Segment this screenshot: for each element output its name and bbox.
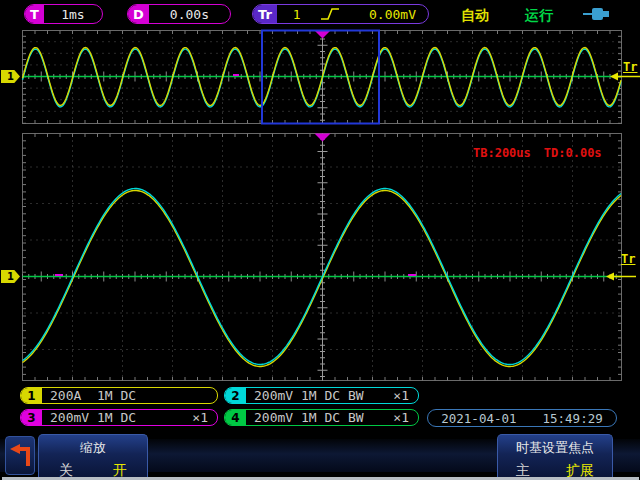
zoom-softkey-title: 缩放 [39,439,147,457]
acquire-mode-status: 自动 [461,7,489,25]
timebase-pill[interactable]: T 1ms [24,4,103,24]
timebase-value: 1ms [44,7,102,22]
trigger-level: 0.00mV [369,7,416,22]
overview-trigger-level-label: Tr [623,60,637,74]
top-status-bar: T 1ms D 0.00s Tr 1 0.00mV 自动 运行 [0,0,640,28]
channel-1-settings: 200A 1M DC [50,388,136,403]
channel-2-settings: 200mV 1M DC BW [254,388,364,403]
rising-edge-icon [319,7,341,21]
timebase-focus-title: 时基设置焦点 [498,439,612,457]
td-readout: TD:0.00s [544,146,602,160]
tb-readout: TB:200us [473,146,531,160]
channel-3-badge: 3 [21,410,42,425]
channel-4-badge: 4 [225,410,246,425]
trigger-label: Tr [253,5,277,23]
back-button[interactable] [5,436,35,475]
zoom-softkey[interactable]: 缩放 关 开 [38,434,148,477]
channel-1-status-box[interactable]: 1 200A 1M DC [20,387,218,404]
oscilloscope-screen: T 1ms D 0.00s Tr 1 0.00mV 自动 运行 1 Tr 1 T… [0,0,640,480]
date-value: 2021-04-01 [441,411,516,426]
delay-value: 0.00s [149,7,230,22]
channel-3-probe: ×1 [192,410,208,425]
channel-4-probe: ×1 [393,410,409,425]
run-status: 运行 [525,7,553,25]
return-arrow-icon [8,442,32,470]
softkey-menu-bar: 缩放 关 开 时基设置焦点 主 扩展 [0,433,640,477]
delay-label: D [128,5,149,23]
timebase-label: T [25,5,44,23]
trigger-pill[interactable]: Tr 1 0.00mV [252,4,429,24]
timebase-focus-softkey[interactable]: 时基设置焦点 主 扩展 [497,434,613,477]
zoom-timebase-readout: TB:200us TD:0.00s [473,146,602,160]
channel-2-badge: 2 [225,388,246,403]
channel-1-badge: 1 [21,388,42,403]
datetime-box: 2021-04-01 15:49:29 [427,409,617,427]
channel-4-settings: 200mV 1M DC BW [254,410,364,425]
delay-pill[interactable]: D 0.00s [127,4,231,24]
usb-device-icon [583,6,611,22]
main-trigger-level-label: Tr [621,252,635,266]
channel-2-status-box[interactable]: 2 200mV 1M DC BW ×1 [224,387,419,404]
trigger-source: 1 [293,7,301,22]
time-value: 15:49:29 [543,411,603,426]
channel-2-probe: ×1 [393,388,409,403]
scope-display [0,0,640,480]
channel-3-settings: 200mV 1M DC [50,410,136,425]
channel-3-status-box[interactable]: 3 200mV 1M DC ×1 [20,409,218,426]
channel-4-status-box[interactable]: 4 200mV 1M DC BW ×1 [224,409,419,426]
